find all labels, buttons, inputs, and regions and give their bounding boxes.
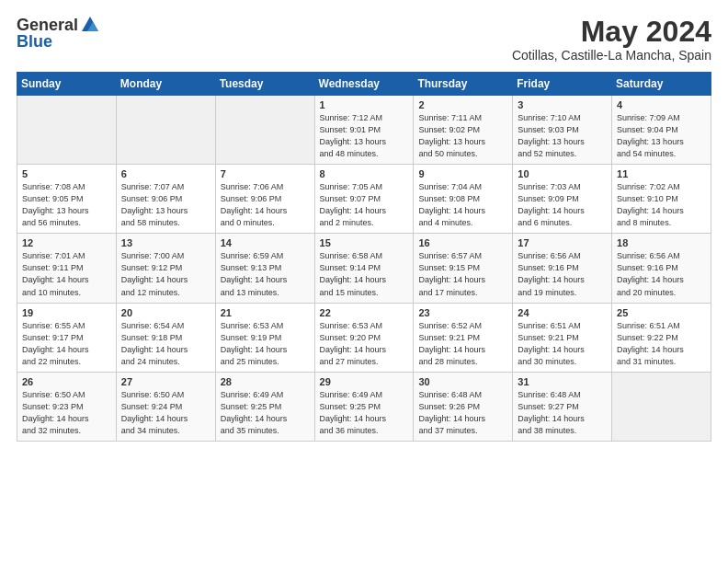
day-number: 1: [320, 99, 409, 110]
day-number: 24: [518, 307, 607, 318]
day-cell: [215, 96, 314, 165]
day-cell: 1Sunrise: 7:12 AM Sunset: 9:01 PM Daylig…: [314, 96, 414, 165]
day-info: Sunrise: 6:56 AM Sunset: 9:16 PM Dayligh…: [617, 250, 706, 298]
day-info: Sunrise: 6:53 AM Sunset: 9:20 PM Dayligh…: [320, 320, 409, 368]
day-cell: 6Sunrise: 7:07 AM Sunset: 9:06 PM Daylig…: [116, 165, 215, 234]
col-saturday: Saturday: [612, 73, 711, 96]
day-number: 7: [221, 168, 310, 179]
day-cell: 5Sunrise: 7:08 AM Sunset: 9:05 PM Daylig…: [17, 165, 117, 234]
day-info: Sunrise: 6:54 AM Sunset: 9:18 PM Dayligh…: [121, 320, 210, 368]
day-info: Sunrise: 6:49 AM Sunset: 9:25 PM Dayligh…: [320, 389, 409, 437]
day-number: 30: [418, 376, 507, 387]
col-sunday: Sunday: [17, 73, 117, 96]
day-info: Sunrise: 7:06 AM Sunset: 9:06 PM Dayligh…: [221, 181, 310, 229]
day-cell: 25Sunrise: 6:51 AM Sunset: 9:22 PM Dayli…: [612, 303, 711, 372]
week-row-1: 1Sunrise: 7:12 AM Sunset: 9:01 PM Daylig…: [17, 96, 711, 165]
day-cell: 24Sunrise: 6:51 AM Sunset: 9:21 PM Dayli…: [513, 303, 612, 372]
day-cell: 4Sunrise: 7:09 AM Sunset: 9:04 PM Daylig…: [612, 96, 711, 165]
day-cell: 30Sunrise: 6:48 AM Sunset: 9:26 PM Dayli…: [414, 372, 513, 441]
day-cell: 14Sunrise: 6:59 AM Sunset: 9:13 PM Dayli…: [215, 234, 314, 303]
day-cell: 16Sunrise: 6:57 AM Sunset: 9:15 PM Dayli…: [414, 234, 513, 303]
day-cell: 20Sunrise: 6:54 AM Sunset: 9:18 PM Dayli…: [116, 303, 215, 372]
day-number: 16: [418, 237, 507, 248]
col-monday: Monday: [116, 73, 215, 96]
day-cell: 19Sunrise: 6:55 AM Sunset: 9:17 PM Dayli…: [17, 303, 117, 372]
day-cell: 13Sunrise: 7:00 AM Sunset: 9:12 PM Dayli…: [116, 234, 215, 303]
day-info: Sunrise: 7:12 AM Sunset: 9:01 PM Dayligh…: [320, 112, 409, 160]
week-row-5: 26Sunrise: 6:50 AM Sunset: 9:23 PM Dayli…: [17, 372, 711, 441]
day-cell: 3Sunrise: 7:10 AM Sunset: 9:03 PM Daylig…: [513, 96, 612, 165]
location: Cotillas, Castille-La Mancha, Spain: [512, 48, 711, 63]
day-number: 31: [518, 376, 607, 387]
week-row-3: 12Sunrise: 7:01 AM Sunset: 9:11 PM Dayli…: [17, 234, 711, 303]
logo-blue-text: Blue: [17, 33, 52, 52]
day-info: Sunrise: 7:07 AM Sunset: 9:06 PM Dayligh…: [121, 181, 210, 229]
day-number: 19: [22, 307, 111, 318]
day-info: Sunrise: 6:51 AM Sunset: 9:22 PM Dayligh…: [617, 320, 706, 368]
day-info: Sunrise: 7:05 AM Sunset: 9:07 PM Dayligh…: [320, 181, 409, 229]
day-cell: [116, 96, 215, 165]
day-cell: 17Sunrise: 6:56 AM Sunset: 9:16 PM Dayli…: [513, 234, 612, 303]
day-info: Sunrise: 7:00 AM Sunset: 9:12 PM Dayligh…: [121, 250, 210, 298]
day-cell: 7Sunrise: 7:06 AM Sunset: 9:06 PM Daylig…: [215, 165, 314, 234]
day-number: 13: [121, 237, 210, 248]
logo: General Blue: [17, 17, 100, 52]
day-info: Sunrise: 7:01 AM Sunset: 9:11 PM Dayligh…: [22, 250, 111, 298]
day-number: 27: [121, 376, 210, 387]
day-info: Sunrise: 6:55 AM Sunset: 9:17 PM Dayligh…: [22, 320, 111, 368]
day-info: Sunrise: 7:08 AM Sunset: 9:05 PM Dayligh…: [22, 181, 111, 229]
day-info: Sunrise: 7:03 AM Sunset: 9:09 PM Dayligh…: [518, 181, 607, 229]
calendar: Sunday Monday Tuesday Wednesday Thursday…: [17, 72, 711, 442]
day-cell: 12Sunrise: 7:01 AM Sunset: 9:11 PM Dayli…: [17, 234, 117, 303]
day-cell: 22Sunrise: 6:53 AM Sunset: 9:20 PM Dayli…: [314, 303, 414, 372]
day-number: 14: [221, 237, 310, 248]
header-row: Sunday Monday Tuesday Wednesday Thursday…: [17, 73, 711, 96]
day-cell: 31Sunrise: 6:48 AM Sunset: 9:27 PM Dayli…: [513, 372, 612, 441]
day-info: Sunrise: 7:04 AM Sunset: 9:08 PM Dayligh…: [418, 181, 507, 229]
day-cell: 11Sunrise: 7:02 AM Sunset: 9:10 PM Dayli…: [612, 165, 711, 234]
day-cell: 29Sunrise: 6:49 AM Sunset: 9:25 PM Dayli…: [314, 372, 414, 441]
day-cell: 15Sunrise: 6:58 AM Sunset: 9:14 PM Dayli…: [314, 234, 414, 303]
day-info: Sunrise: 7:11 AM Sunset: 9:02 PM Dayligh…: [418, 112, 507, 160]
day-number: 18: [617, 237, 706, 248]
day-info: Sunrise: 6:51 AM Sunset: 9:21 PM Dayligh…: [518, 320, 607, 368]
day-number: 8: [320, 168, 409, 179]
day-number: 21: [221, 307, 310, 318]
day-info: Sunrise: 6:48 AM Sunset: 9:26 PM Dayligh…: [418, 389, 507, 437]
week-row-4: 19Sunrise: 6:55 AM Sunset: 9:17 PM Dayli…: [17, 303, 711, 372]
col-tuesday: Tuesday: [215, 73, 314, 96]
day-number: 5: [22, 168, 111, 179]
day-info: Sunrise: 6:50 AM Sunset: 9:23 PM Dayligh…: [22, 389, 111, 437]
day-cell: 26Sunrise: 6:50 AM Sunset: 9:23 PM Dayli…: [17, 372, 117, 441]
day-number: 20: [121, 307, 210, 318]
day-cell: 9Sunrise: 7:04 AM Sunset: 9:08 PM Daylig…: [414, 165, 513, 234]
day-number: 9: [418, 168, 507, 179]
day-number: 15: [320, 237, 409, 248]
calendar-body: 1Sunrise: 7:12 AM Sunset: 9:01 PM Daylig…: [17, 96, 711, 442]
day-cell: [17, 96, 117, 165]
day-info: Sunrise: 6:59 AM Sunset: 9:13 PM Dayligh…: [221, 250, 310, 298]
day-cell: 8Sunrise: 7:05 AM Sunset: 9:07 PM Daylig…: [314, 165, 414, 234]
day-number: 25: [617, 307, 706, 318]
day-cell: 28Sunrise: 6:49 AM Sunset: 9:25 PM Dayli…: [215, 372, 314, 441]
day-cell: [612, 372, 711, 441]
day-number: 4: [617, 99, 706, 110]
title-area: May 2024 Cotillas, Castille-La Mancha, S…: [512, 17, 711, 63]
day-info: Sunrise: 6:53 AM Sunset: 9:19 PM Dayligh…: [221, 320, 310, 368]
day-info: Sunrise: 7:02 AM Sunset: 9:10 PM Dayligh…: [617, 181, 706, 229]
day-info: Sunrise: 6:48 AM Sunset: 9:27 PM Dayligh…: [518, 389, 607, 437]
day-info: Sunrise: 6:50 AM Sunset: 9:24 PM Dayligh…: [121, 389, 210, 437]
day-cell: 10Sunrise: 7:03 AM Sunset: 9:09 PM Dayli…: [513, 165, 612, 234]
week-row-2: 5Sunrise: 7:08 AM Sunset: 9:05 PM Daylig…: [17, 165, 711, 234]
day-number: 26: [22, 376, 111, 387]
day-number: 23: [418, 307, 507, 318]
day-cell: 18Sunrise: 6:56 AM Sunset: 9:16 PM Dayli…: [612, 234, 711, 303]
day-cell: 27Sunrise: 6:50 AM Sunset: 9:24 PM Dayli…: [116, 372, 215, 441]
day-number: 11: [617, 168, 706, 179]
col-wednesday: Wednesday: [314, 73, 414, 96]
month-year: May 2024: [512, 17, 711, 46]
day-number: 17: [518, 237, 607, 248]
day-number: 2: [418, 99, 507, 110]
day-info: Sunrise: 6:52 AM Sunset: 9:21 PM Dayligh…: [418, 320, 507, 368]
day-cell: 21Sunrise: 6:53 AM Sunset: 9:19 PM Dayli…: [215, 303, 314, 372]
